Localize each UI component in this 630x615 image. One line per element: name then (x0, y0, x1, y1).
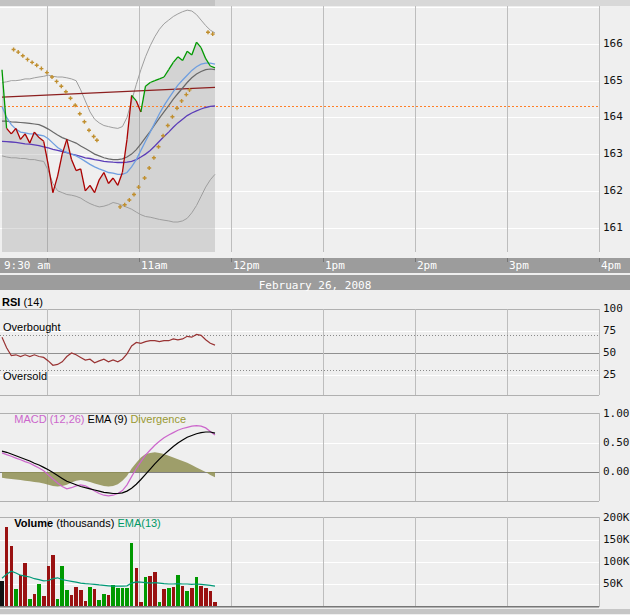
stock-chart-application: 9:30 am11am12pm1pm2pm3pm4pm February 26,… (0, 0, 630, 615)
time-axis-label: 4pm (601, 258, 621, 273)
rsi-params: (14) (23, 296, 43, 308)
time-axis-tick (231, 258, 232, 262)
volume-axis-label: 50K (603, 578, 623, 590)
time-axis-label: 2pm (417, 258, 437, 273)
time-axis-tick (415, 258, 416, 262)
time-axis-label: 12pm (233, 258, 260, 273)
time-axis-tick (599, 258, 600, 262)
rsi-axis-label: 75 (603, 325, 616, 337)
overbought-label: Overbought (3, 321, 60, 333)
time-axis-label: 9:30 am (4, 258, 50, 273)
price-axis-label: 161 (603, 222, 623, 234)
volume-params: (thousands) (56, 517, 114, 529)
oversold-label: Oversold (3, 370, 47, 382)
volume-panel-header: Volume (thousands) EMA(13) (2, 504, 161, 543)
volume-axis-label: 150K (603, 534, 630, 546)
price-axis-label: 165 (603, 75, 623, 87)
price-axis-label: 162 (603, 185, 623, 197)
time-axis-bar: 9:30 am11am12pm1pm2pm3pm4pm (0, 258, 630, 273)
rsi-axis-label: 100 (603, 303, 623, 315)
bottom-strip (0, 609, 630, 614)
price-axis-label: 163 (603, 148, 623, 160)
macd-ema-title: EMA (9) (88, 413, 128, 425)
rsi-panel-header: RSI (14) (2, 296, 43, 309)
time-axis-label: 3pm (509, 258, 529, 273)
volume-title: Volume (14, 517, 53, 529)
time-axis-tick (139, 258, 140, 262)
macd-axis-label: 1.00 (603, 408, 630, 420)
time-axis-label: 1pm (325, 258, 345, 273)
price-axis-label: 164 (603, 111, 623, 123)
time-axis-tick (507, 258, 508, 262)
rsi-axis-label: 25 (603, 369, 616, 381)
date-label: February 26, 2008 (259, 279, 372, 292)
macd-panel-header: MACD (12,26) EMA (9) Divergence (2, 400, 186, 439)
date-bar: February 26, 2008 (0, 275, 630, 290)
macd-axis-label: 0.50 (603, 437, 630, 449)
time-axis-tick (323, 258, 324, 262)
macd-divergence-title: Divergence (130, 413, 186, 425)
macd-axis-label: 0.00 (603, 466, 630, 478)
session-strip (0, 0, 630, 6)
rsi-axis-label: 50 (603, 347, 616, 359)
elapsed-session-indicator (0, 0, 215, 6)
time-axis-tick (47, 258, 48, 262)
volume-axis-label: 100K (603, 556, 630, 568)
volume-axis-label: 200K (603, 512, 630, 524)
price-axis-label: 166 (603, 38, 623, 50)
time-axis-label: 11am (141, 258, 168, 273)
rsi-title: RSI (2, 296, 20, 308)
volume-ema-title: EMA(13) (117, 517, 160, 529)
macd-title: MACD (12,26) (14, 413, 84, 425)
